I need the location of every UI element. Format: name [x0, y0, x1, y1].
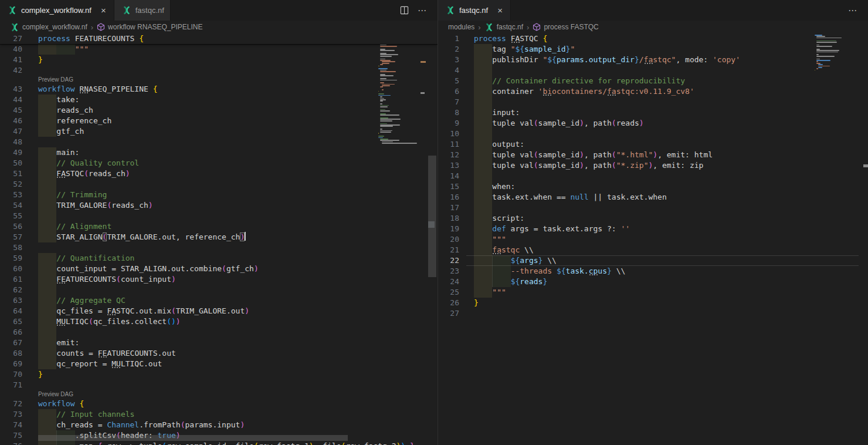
line-number[interactable]: 10	[438, 129, 459, 139]
code-line[interactable]: 41}	[0, 55, 438, 65]
minimap[interactable]	[378, 35, 429, 144]
code-line[interactable]: 1process FASTQC {	[438, 33, 868, 44]
code-line[interactable]: 67emit:	[0, 338, 438, 348]
code-line[interactable]: 45reads_ch	[0, 105, 438, 116]
code-line[interactable]: 46reference_ch	[0, 116, 438, 126]
code-line[interactable]: 2tag "${sample_id}"	[438, 44, 868, 55]
line-number[interactable]: 67	[0, 338, 22, 348]
code-line[interactable]: 68counts = FEATURECOUNTS.out	[0, 348, 438, 359]
line-number[interactable]: 47	[0, 126, 22, 137]
code-line[interactable]: 50// Quality control	[0, 158, 438, 168]
line-number[interactable]: 60	[0, 264, 22, 274]
line-number[interactable]: 52	[0, 179, 22, 190]
line-number[interactable]: 49	[0, 147, 22, 158]
line-number[interactable]: 40	[0, 44, 22, 55]
code-line[interactable]: 51FASTQC(reads_ch)	[0, 168, 438, 179]
line-number[interactable]: 64	[0, 306, 22, 316]
code-line[interactable]: 52	[0, 179, 438, 190]
code-line[interactable]: 24${reads}	[438, 277, 868, 287]
line-number[interactable]: 43	[0, 84, 22, 95]
line-number[interactable]: 22	[438, 255, 459, 266]
line-number[interactable]: 24	[438, 277, 459, 287]
line-number[interactable]: 27	[438, 308, 459, 319]
code-line[interactable]: 22${args} \\	[438, 255, 868, 266]
code-line[interactable]: 76.map { row -> tuple(row.sample_id, fil…	[0, 441, 438, 445]
line-number[interactable]: 15	[438, 181, 459, 192]
code-line[interactable]: 72workflow {	[0, 399, 438, 409]
line-number[interactable]: 72	[0, 399, 22, 409]
line-number[interactable]: 9	[438, 118, 459, 129]
code-line[interactable]: 44take:	[0, 95, 438, 105]
code-line[interactable]: 69qc_report = MULTIQC.out	[0, 359, 438, 369]
code-line[interactable]: 43workflow RNASEQ_PIPELINE {	[0, 84, 438, 95]
line-number[interactable]: 14	[438, 171, 459, 181]
code-line[interactable]: 47gtf_ch	[0, 126, 438, 137]
line-number[interactable]: 55	[0, 211, 22, 221]
scrollbar-thumb[interactable]	[428, 156, 436, 277]
line-number[interactable]: 20	[438, 234, 459, 245]
code-line[interactable]: 3publishDir "${params.output_dir}/fastqc…	[438, 55, 868, 65]
code-line[interactable]: 19def args = task.ext.args ?: ''	[438, 224, 868, 234]
line-number[interactable]: 13	[438, 160, 459, 171]
code-line[interactable]: 48	[0, 137, 438, 147]
code-line[interactable]: 55	[0, 211, 438, 221]
line-number[interactable]: 61	[0, 274, 22, 285]
code-line[interactable]: 58	[0, 242, 438, 253]
line-number[interactable]: 48	[0, 137, 22, 147]
code-line[interactable]: 25"""	[438, 287, 868, 298]
line-number[interactable]: 63	[0, 295, 22, 306]
line-number[interactable]: 7	[438, 97, 459, 107]
breadcrumb-item[interactable]: complex_workflow.nf	[10, 23, 87, 32]
code-line[interactable]: 10	[438, 129, 868, 139]
line-number[interactable]: 62	[0, 285, 22, 295]
line-number[interactable]: 17	[438, 203, 459, 213]
line-number[interactable]: 44	[0, 95, 22, 105]
line-number[interactable]: 26	[438, 298, 459, 308]
line-number[interactable]: 42	[0, 65, 22, 76]
code-line[interactable]: 71	[0, 380, 438, 390]
breadcrumb-item[interactable]: fastqc.nf	[484, 23, 523, 32]
code-line[interactable]: 49main:	[0, 147, 438, 158]
line-number[interactable]: 5	[438, 76, 459, 86]
code-line[interactable]: 12tuple val(sample_id), path("*.html"), …	[438, 150, 868, 160]
code-line[interactable]: 13tuple val(sample_id), path("*.zip"), e…	[438, 160, 868, 171]
code-line[interactable]: 70}	[0, 369, 438, 380]
line-number[interactable]: 54	[0, 200, 22, 211]
code-line[interactable]: 8input:	[438, 107, 868, 118]
line-number[interactable]: 53	[0, 190, 22, 200]
code-line[interactable]: 53// Trimming	[0, 190, 438, 200]
code-line[interactable]: 15when:	[438, 181, 868, 192]
breadcrumb-item[interactable]: process FASTQC	[533, 23, 598, 31]
code-line[interactable]: 42	[0, 65, 438, 76]
code-line[interactable]: 16task.ext.when == null || task.ext.when	[438, 192, 868, 203]
code-line[interactable]: 21fastqc \\	[438, 245, 868, 255]
code-line[interactable]: 4	[438, 65, 868, 76]
line-number[interactable]: 74	[0, 420, 22, 430]
line-number[interactable]: 23	[438, 266, 459, 277]
code-line[interactable]: 74ch_reads = Channel.fromPath(params.inp…	[0, 420, 438, 430]
close-icon[interactable]: ×	[99, 5, 108, 15]
line-number[interactable]: 1	[438, 33, 459, 44]
tab-fastqc-left[interactable]: fastqc.nf	[114, 0, 171, 21]
line-number[interactable]: 41	[0, 55, 22, 65]
line-number[interactable]: 66	[0, 327, 22, 338]
sticky-scroll-line[interactable]: 27process FEATURECOUNTS {	[0, 33, 438, 44]
line-number[interactable]: 68	[0, 348, 22, 359]
code-line[interactable]: 18script:	[438, 213, 868, 224]
line-number[interactable]: 6	[438, 86, 459, 97]
code-line[interactable]: 20"""	[438, 234, 868, 245]
code-editor-left[interactable]: 27process FEATURECOUNTS {40"""41}42Previ…	[0, 33, 438, 445]
code-line[interactable]: 17	[438, 203, 868, 213]
line-number[interactable]: 18	[438, 213, 459, 224]
codelens-preview-dag[interactable]: Preview DAG	[38, 390, 73, 399]
line-number[interactable]: 45	[0, 105, 22, 116]
line-number[interactable]: 21	[438, 245, 459, 255]
code-line[interactable]: 56// Alignment	[0, 221, 438, 232]
line-number[interactable]: 56	[0, 221, 22, 232]
code-line[interactable]: 27	[438, 308, 868, 319]
breadcrumb-item[interactable]: workflow RNASEQ_PIPELINE	[97, 23, 202, 31]
line-number[interactable]: 51	[0, 168, 22, 179]
scrollbar-drag-handle[interactable]	[428, 221, 435, 228]
line-number[interactable]: 12	[438, 150, 459, 160]
vertical-scrollbar[interactable]	[428, 33, 436, 445]
